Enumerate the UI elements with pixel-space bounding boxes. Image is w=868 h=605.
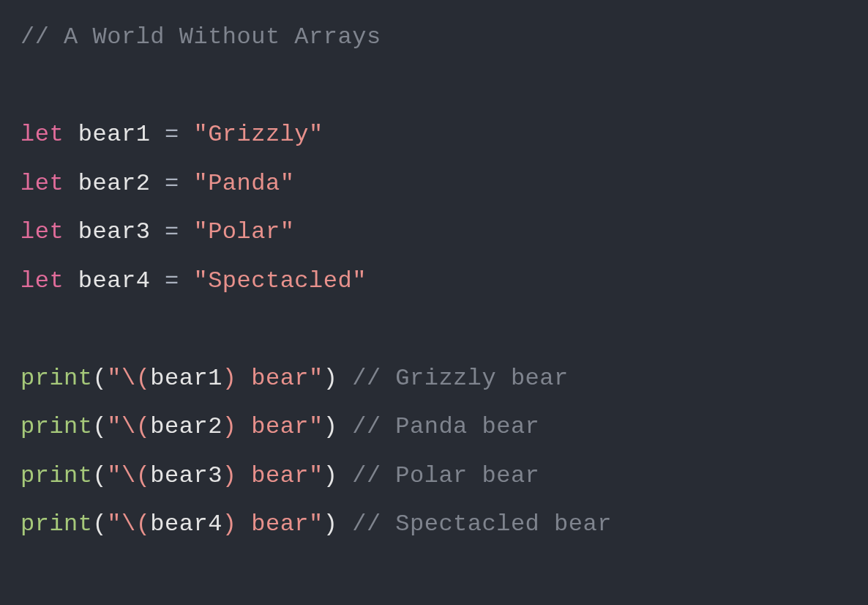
paren-open: ( [93,511,108,538]
string-open: "\( [107,413,150,440]
operator-equals: = [165,267,179,294]
code-line-blank [20,73,35,100]
string-literal: "Panda" [193,170,294,197]
comment-text: // Polar bear [352,462,539,489]
identifier: bear2 [78,170,151,197]
code-line-let: let bear2 = "Panda" [20,170,294,197]
string-open: "\( [107,365,150,392]
code-line-print: print("\(bear1) bear") // Grizzly bear [20,365,569,392]
paren-open: ( [93,462,108,489]
identifier: bear3 [78,218,151,245]
code-line-print: print("\(bear4) bear") // Spectacled bea… [20,511,612,538]
paren-open: ( [93,413,108,440]
keyword-let: let [20,218,64,245]
function-name: print [20,511,93,538]
code-line-print: print("\(bear2) bear") // Panda bear [20,413,539,440]
keyword-let: let [20,121,64,148]
comment-text: // Spectacled bear [352,511,612,538]
string-literal: "Spectacled" [193,267,366,294]
paren-close: ) [323,462,338,489]
identifier: bear4 [78,267,151,294]
paren-close: ) [323,413,338,440]
paren-close: ) [323,365,338,392]
function-name: print [20,365,93,392]
function-name: print [20,413,93,440]
keyword-let: let [20,267,64,294]
string-open: "\( [107,511,150,538]
string-close: ) bear" [222,365,323,392]
string-close: ) bear" [222,413,323,440]
interpolated-var: bear1 [150,365,222,392]
code-line-let: let bear1 = "Grizzly" [20,121,323,148]
paren-close: ) [323,511,338,538]
paren-open: ( [93,365,108,392]
interpolated-var: bear3 [150,462,222,489]
string-close: ) bear" [222,462,323,489]
operator-equals: = [165,121,179,148]
operator-equals: = [165,170,179,197]
comment-text: // Grizzly bear [352,365,569,392]
code-line-let: let bear4 = "Spectacled" [20,267,367,294]
string-literal: "Grizzly" [193,121,323,148]
code-line-print: print("\(bear3) bear") // Polar bear [20,462,539,489]
interpolated-var: bear2 [150,413,222,440]
code-line-comment: // A World Without Arrays [20,23,381,51]
identifier: bear1 [78,121,151,148]
operator-equals: = [165,218,179,245]
keyword-let: let [20,170,64,197]
comment-text: // Panda bear [352,413,539,440]
string-open: "\( [107,462,150,489]
comment-text: // A World Without Arrays [20,23,381,51]
function-name: print [20,462,93,489]
code-line-blank [20,316,35,343]
code-block: // A World Without Arrays let bear1 = "G… [0,0,868,563]
interpolated-var: bear4 [150,511,222,538]
string-close: ) bear" [222,511,323,538]
string-literal: "Polar" [193,218,294,245]
code-line-let: let bear3 = "Polar" [20,218,294,245]
